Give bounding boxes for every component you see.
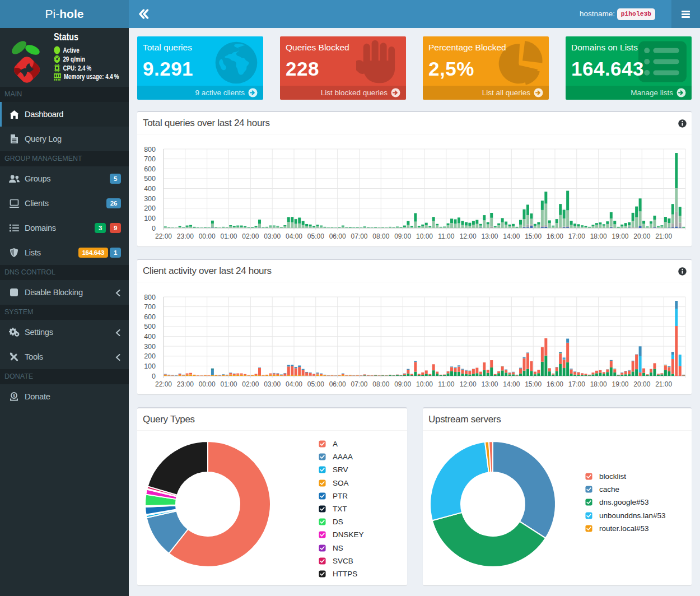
svg-text:19:00: 19:00 xyxy=(612,380,628,388)
svg-text:03:00: 03:00 xyxy=(264,232,281,240)
svg-text:06:00: 06:00 xyxy=(329,232,346,240)
svg-text:200: 200 xyxy=(144,352,156,360)
svg-text:16:00: 16:00 xyxy=(547,232,563,240)
svg-text:08:00: 08:00 xyxy=(372,380,389,388)
svg-text:300: 300 xyxy=(144,195,156,203)
svg-text:05:00: 05:00 xyxy=(307,232,324,240)
svg-text:12:00: 12:00 xyxy=(460,232,477,240)
svg-text:400: 400 xyxy=(144,185,156,193)
svg-text:800: 800 xyxy=(144,146,156,153)
svg-text:04:00: 04:00 xyxy=(286,380,302,388)
svg-text:03:00: 03:00 xyxy=(264,380,281,388)
svg-text:21:00: 21:00 xyxy=(655,380,672,388)
svg-text:06:00: 06:00 xyxy=(329,380,346,388)
svg-text:400: 400 xyxy=(144,333,156,341)
svg-text:800: 800 xyxy=(144,294,156,301)
svg-text:11:00: 11:00 xyxy=(438,380,454,388)
svg-text:17:00: 17:00 xyxy=(568,380,585,388)
svg-text:19:00: 19:00 xyxy=(612,232,628,240)
svg-text:13:00: 13:00 xyxy=(481,232,498,240)
svg-text:09:00: 09:00 xyxy=(394,380,411,388)
svg-text:10:00: 10:00 xyxy=(416,380,433,388)
svg-text:11:00: 11:00 xyxy=(438,232,454,240)
svg-text:15:00: 15:00 xyxy=(525,380,542,388)
svg-text:10:00: 10:00 xyxy=(416,232,433,240)
svg-text:500: 500 xyxy=(144,323,156,330)
svg-text:0: 0 xyxy=(152,372,156,380)
svg-text:23:00: 23:00 xyxy=(177,232,194,240)
svg-text:21:00: 21:00 xyxy=(655,232,672,240)
svg-text:600: 600 xyxy=(144,165,156,173)
svg-text:15:00: 15:00 xyxy=(525,232,542,240)
svg-text:22:00: 22:00 xyxy=(155,232,172,240)
svg-text:09:00: 09:00 xyxy=(394,232,411,240)
svg-text:100: 100 xyxy=(144,362,156,370)
svg-text:22:00: 22:00 xyxy=(155,380,172,388)
svg-text:01:00: 01:00 xyxy=(220,380,237,388)
svg-text:04:00: 04:00 xyxy=(286,232,302,240)
svg-text:14:00: 14:00 xyxy=(503,380,520,388)
svg-text:13:00: 13:00 xyxy=(481,380,498,388)
svg-text:01:00: 01:00 xyxy=(220,232,237,240)
svg-text:14:00: 14:00 xyxy=(503,232,520,240)
svg-text:18:00: 18:00 xyxy=(590,380,607,388)
svg-text:05:00: 05:00 xyxy=(307,380,324,388)
svg-text:600: 600 xyxy=(144,313,156,321)
svg-text:20:00: 20:00 xyxy=(633,232,650,240)
svg-text:300: 300 xyxy=(144,343,156,351)
svg-text:0: 0 xyxy=(152,225,156,232)
svg-text:700: 700 xyxy=(144,155,156,163)
svg-text:00:00: 00:00 xyxy=(199,232,216,240)
svg-text:$: $ xyxy=(13,393,16,398)
svg-text:00:00: 00:00 xyxy=(199,380,216,388)
svg-text:12:00: 12:00 xyxy=(460,380,477,388)
svg-text:23:00: 23:00 xyxy=(177,380,194,388)
svg-text:02:00: 02:00 xyxy=(242,380,259,388)
svg-text:500: 500 xyxy=(144,175,156,183)
svg-text:18:00: 18:00 xyxy=(590,232,607,240)
svg-text:20:00: 20:00 xyxy=(633,380,650,388)
svg-text:100: 100 xyxy=(144,215,156,222)
svg-text:200: 200 xyxy=(144,204,156,212)
svg-text:07:00: 07:00 xyxy=(351,380,367,388)
svg-text:16:00: 16:00 xyxy=(547,380,563,388)
svg-text:17:00: 17:00 xyxy=(568,232,585,240)
svg-text:07:00: 07:00 xyxy=(351,232,367,240)
svg-text:02:00: 02:00 xyxy=(242,232,259,240)
svg-text:08:00: 08:00 xyxy=(372,232,389,240)
svg-text:700: 700 xyxy=(144,303,156,311)
